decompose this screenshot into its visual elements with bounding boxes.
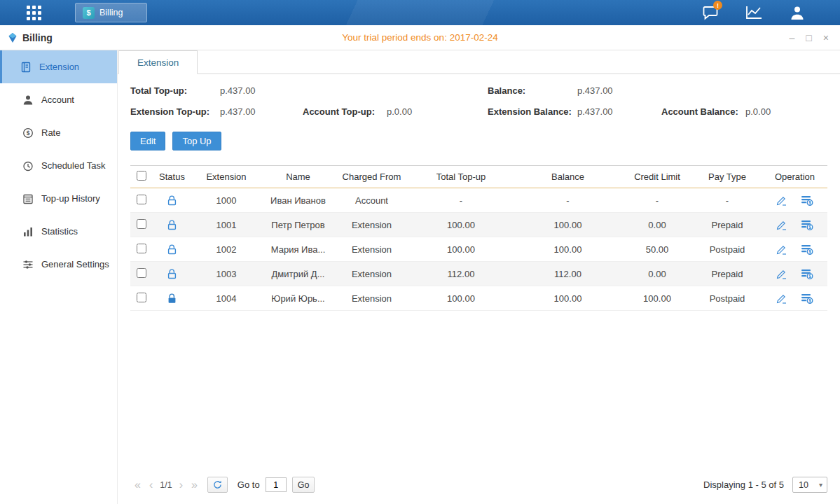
extension-cell: 1004 — [191, 286, 261, 311]
topup-row-icon[interactable]: $ — [801, 293, 813, 304]
row-checkbox[interactable] — [137, 219, 146, 229]
refresh-icon — [213, 480, 222, 489]
scheduled-task-icon — [22, 160, 34, 172]
name-cell: Петр Петров — [261, 213, 335, 237]
column-header-charged-from[interactable]: Charged From — [335, 166, 408, 188]
row-checkbox[interactable] — [137, 268, 146, 278]
lock-status-icon[interactable] — [167, 293, 177, 303]
sidebar-item-label: Rate — [41, 127, 60, 138]
page-size-dropdown[interactable]: 10 ▾ — [792, 477, 827, 493]
table-row: 1000 Иван Иванов Account - - - - $ — [130, 188, 827, 213]
minimize-button[interactable]: – — [790, 33, 795, 43]
topup-row-icon[interactable]: $ — [801, 268, 813, 279]
main-content: Extension Total Top-up: p.437.00 Balance… — [118, 50, 840, 504]
extension-cell: 1003 — [191, 262, 261, 286]
column-header-pay-type[interactable]: Pay Type — [692, 166, 762, 188]
maximize-button[interactable]: □ — [806, 33, 811, 43]
sidebar-item-rate[interactable]: $ Rate — [0, 116, 117, 149]
billing-app-tab-label: Billing — [99, 8, 123, 18]
edit-row-icon[interactable] — [776, 293, 787, 304]
summary-label: Balance: — [488, 85, 577, 96]
topbar-right: ! — [701, 4, 840, 21]
sidebar-item-scheduled-task[interactable]: Scheduled Task — [0, 149, 117, 182]
edit-row-icon[interactable] — [776, 220, 787, 230]
extension-cell: 1001 — [191, 213, 261, 237]
summary-label: Account Balance: — [661, 106, 745, 117]
topup-row-icon[interactable]: $ — [801, 219, 813, 230]
edit-row-icon[interactable] — [776, 244, 787, 255]
billing-app-tab[interactable]: $ Billing — [75, 3, 147, 22]
next-page-button[interactable]: › — [175, 479, 187, 491]
charged-from-cell: Account — [335, 188, 408, 213]
lock-status-icon[interactable] — [167, 268, 177, 279]
messages-icon[interactable]: ! — [701, 4, 719, 21]
top-up-button[interactable]: Top Up — [172, 132, 221, 150]
edit-row-icon[interactable] — [776, 269, 787, 279]
table-row: 1003 Дмитрий Д... Extension 112.00 112.0… — [130, 262, 827, 286]
topup-row-icon[interactable]: $ — [801, 244, 813, 255]
trial-notice: Your trial period ends on: 2017-02-24 — [0, 32, 840, 43]
tab-extension[interactable]: Extension — [118, 50, 198, 74]
extensions-table: Status Extension Name Charged From Total… — [130, 165, 827, 311]
column-header-balance[interactable]: Balance — [514, 166, 622, 188]
user-account-icon[interactable] — [788, 4, 806, 21]
select-all-checkbox[interactable] — [137, 171, 146, 181]
column-header-credit-limit[interactable]: Credit Limit — [622, 166, 692, 188]
billing-dollar-icon: $ — [83, 7, 95, 19]
notification-badge: ! — [713, 1, 722, 10]
svg-text:$: $ — [808, 298, 811, 304]
row-checkbox[interactable] — [137, 244, 146, 253]
sidebar-item-label: General Settings — [41, 259, 109, 270]
edit-button[interactable]: Edit — [130, 132, 165, 150]
summary-value: p.0.00 — [387, 106, 488, 117]
apps-grid-icon[interactable] — [27, 6, 41, 20]
column-header-operation[interactable]: Operation — [762, 166, 827, 188]
go-button[interactable]: Go — [292, 477, 315, 493]
table-row: 1002 Мария Ива... Extension 100.00 100.0… — [130, 237, 827, 262]
summary-value: p.437.00 — [577, 85, 661, 96]
page-size-value: 10 — [793, 480, 819, 490]
sidebar-item-topup-history[interactable]: Top-up History — [0, 182, 117, 215]
column-header-status[interactable]: Status — [153, 166, 191, 188]
name-cell: Юрий Юрь... — [261, 286, 335, 311]
summary-label: Extension Balance: — [488, 106, 577, 117]
lock-status-icon[interactable] — [167, 244, 177, 254]
billing-summary: Total Top-up: p.437.00 Balance: p.437.00… — [130, 85, 827, 117]
window-title: Billing — [0, 32, 53, 43]
summary-label: Account Top-up: — [303, 106, 387, 117]
topup-row-icon[interactable]: $ — [801, 195, 813, 206]
column-header-total-topup[interactable]: Total Top-up — [408, 166, 514, 188]
sidebar-item-account[interactable]: Account — [0, 83, 117, 116]
sidebar-item-extension[interactable]: Extension — [0, 50, 117, 83]
balance-cell: - — [514, 188, 622, 213]
action-buttons: Edit Top Up — [130, 132, 827, 150]
balance-cell: 100.00 — [514, 213, 622, 237]
column-header-extension[interactable]: Extension — [191, 166, 261, 188]
row-checkbox[interactable] — [137, 195, 146, 204]
svg-text:$: $ — [808, 274, 811, 279]
name-cell: Иван Иванов — [261, 188, 335, 213]
prev-page-button[interactable]: ‹ — [145, 479, 157, 491]
column-header-name[interactable]: Name — [261, 166, 335, 188]
total-topup-cell: 100.00 — [408, 237, 514, 262]
charged-from-cell: Extension — [335, 262, 408, 286]
refresh-button[interactable] — [207, 477, 228, 493]
sidebar-item-general-settings[interactable]: General Settings — [0, 248, 117, 281]
close-button[interactable]: × — [823, 33, 829, 43]
balance-cell: 112.00 — [514, 262, 622, 286]
credit-limit-cell: 50.00 — [622, 237, 692, 262]
name-cell: Дмитрий Д... — [261, 262, 335, 286]
table-row: 1001 Петр Петров Extension 100.00 100.00… — [130, 213, 827, 237]
lock-status-icon[interactable] — [167, 219, 177, 230]
last-page-button[interactable]: » — [187, 479, 202, 491]
goto-page-input[interactable] — [266, 477, 287, 492]
charged-from-cell: Extension — [335, 286, 408, 311]
window-app-name: Billing — [22, 32, 53, 43]
first-page-button[interactable]: « — [130, 479, 145, 491]
statistics-chart-icon[interactable] — [745, 4, 763, 21]
row-checkbox[interactable] — [137, 293, 146, 302]
sidebar-item-statistics[interactable]: Statistics — [0, 215, 117, 248]
lock-status-icon[interactable] — [167, 195, 177, 205]
edit-row-icon[interactable] — [776, 195, 787, 206]
pay-type-cell: Prepaid — [692, 262, 762, 286]
